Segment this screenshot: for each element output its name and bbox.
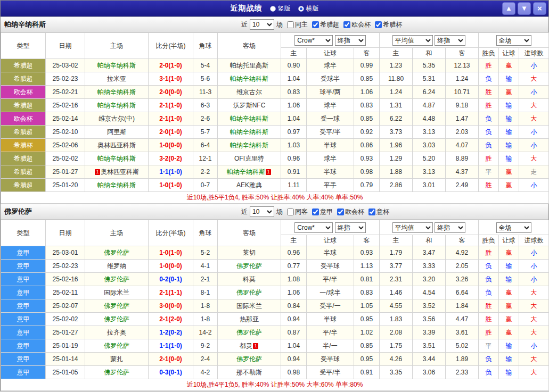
handicap-time-select[interactable]: 终指 bbox=[335, 35, 366, 46]
match-date: 25-01-20 bbox=[46, 179, 85, 192]
team-name[interactable]: 佛罗伦萨 bbox=[104, 276, 129, 283]
league-filter-1-checkbox[interactable] bbox=[312, 208, 319, 215]
radio-circle-icon[interactable] bbox=[270, 6, 276, 12]
team-name[interactable]: 帕纳托里高斯 bbox=[230, 62, 268, 69]
match-row: 意甲25-01-14蒙扎2-1(0-0)2-4佛罗伦萨0.94受半球0.954.… bbox=[1, 353, 549, 366]
eu-away-odds: 1.24 bbox=[446, 72, 479, 86]
league-filter-2-checkbox[interactable] bbox=[343, 21, 350, 28]
col-ah-result: 让球 bbox=[499, 48, 519, 59]
col-ah-home: 主 bbox=[281, 48, 307, 59]
team-name[interactable]: 那不勒斯 bbox=[236, 369, 262, 376]
layout-radio-vertical[interactable]: 竖版 bbox=[270, 4, 291, 13]
team-name[interactable]: 帕纳辛纳科斯 bbox=[97, 88, 136, 96]
away-team-cell: 那不勒斯 bbox=[218, 366, 281, 379]
col-corners: 角球 bbox=[193, 33, 218, 59]
team-name[interactable]: 拉米亚 bbox=[107, 75, 126, 82]
layout-radio-horizontal[interactable]: 横版 bbox=[298, 4, 319, 13]
league-filter-3-checkbox[interactable] bbox=[368, 208, 375, 215]
team-name[interactable]: 佛罗伦萨 bbox=[104, 302, 129, 310]
home-team-cell: 帕纳辛纳科斯 bbox=[85, 99, 149, 112]
league-filter-3[interactable]: 希腊杯 bbox=[375, 20, 402, 29]
team-name[interactable]: 佛罗伦萨 bbox=[104, 249, 129, 256]
team-name[interactable]: 国际米兰 bbox=[104, 289, 129, 296]
same-venue-filter[interactable]: 同主 bbox=[287, 20, 308, 29]
team-name[interactable]: 佛罗伦萨 bbox=[236, 262, 262, 270]
average-select[interactable]: 平均值 bbox=[392, 222, 433, 233]
bookmaker-select[interactable]: Crow* bbox=[294, 222, 333, 233]
bookmaker-select[interactable]: Crow* bbox=[294, 35, 333, 46]
radio-selected-icon[interactable] bbox=[298, 6, 304, 12]
team-name[interactable]: 帕纳辛纳科斯 bbox=[97, 62, 136, 69]
team-name[interactable]: 佛罗伦萨 bbox=[104, 369, 129, 376]
team-name[interactable]: 奥林匹亚科斯 bbox=[101, 168, 139, 176]
team-name[interactable]: 帕纳辛纳科斯 bbox=[230, 128, 268, 136]
team-name[interactable]: 奥林匹亚科斯 bbox=[97, 141, 136, 149]
team-name[interactable]: 都灵 bbox=[240, 342, 252, 349]
same-venue-checkbox[interactable] bbox=[287, 21, 294, 28]
scope-select[interactable]: 全场 bbox=[496, 222, 531, 233]
team-name[interactable]: 佛罗伦萨 bbox=[236, 355, 262, 363]
ah-result-cell: 输 bbox=[499, 260, 519, 273]
team-name[interactable]: 国际米兰 bbox=[236, 302, 262, 310]
league-filter-2[interactable]: 欧会杯 bbox=[337, 207, 364, 216]
team-name[interactable]: OFI克里特 bbox=[234, 155, 264, 162]
team-name[interactable]: 科莫 bbox=[243, 276, 256, 283]
team-name[interactable]: 帕纳辛纳科斯 bbox=[230, 115, 268, 122]
handicap-time-select[interactable]: 终指 bbox=[335, 222, 366, 233]
team-name[interactable]: 帕纳辛纳科斯 bbox=[97, 155, 136, 162]
score-cell: 3-1(1-0) bbox=[149, 72, 193, 86]
league-filter-2-label: 欧会杯 bbox=[345, 207, 364, 216]
team-name[interactable]: 佛罗伦萨 bbox=[104, 315, 129, 323]
average-select[interactable]: 平均值 bbox=[392, 35, 433, 46]
scope-select[interactable]: 全场 bbox=[496, 35, 531, 46]
team-name[interactable]: 维罗纳 bbox=[107, 262, 126, 270]
match-row: 意甲25-02-02佛罗伦萨2-1(2-0)1-8热那亚0.94半球0.951.… bbox=[1, 313, 549, 326]
result-cell: 胜 bbox=[479, 299, 499, 313]
same-venue-checkbox[interactable] bbox=[287, 208, 294, 215]
recent-count-select[interactable]: 10 bbox=[250, 206, 274, 217]
team-name[interactable]: AEK雅典 bbox=[236, 181, 262, 189]
move-up-button[interactable]: ▲ bbox=[502, 2, 515, 15]
league-filter-1[interactable]: 希腊超 bbox=[312, 20, 339, 29]
league-filter-3-checkbox[interactable] bbox=[375, 21, 382, 28]
ah-line: 半球 bbox=[307, 313, 354, 326]
team-name[interactable]: 佛罗伦萨 bbox=[236, 289, 262, 296]
league-filter-1[interactable]: 意甲 bbox=[312, 207, 333, 216]
team-name[interactable]: 帕纳辛纳科斯 bbox=[230, 75, 268, 82]
home-team-cell: 佛罗伦萨 bbox=[85, 299, 149, 313]
team-name[interactable]: 维京古尔 bbox=[236, 88, 262, 96]
team-name[interactable]: 帕纳辛纳科斯 bbox=[97, 181, 136, 189]
team-name[interactable]: 帕纳辛纳科斯 bbox=[230, 141, 268, 149]
team-name[interactable]: 沃罗斯NFC bbox=[233, 102, 266, 109]
team-name[interactable]: 莱切 bbox=[243, 249, 256, 256]
team-name[interactable]: 帕纳辛纳科斯 bbox=[97, 102, 136, 109]
same-venue-filter[interactable]: 同客 bbox=[287, 207, 308, 216]
close-button[interactable]: × bbox=[533, 2, 546, 15]
league-filter-3[interactable]: 意杯 bbox=[368, 207, 389, 216]
league-badge: 希腊超 bbox=[1, 152, 46, 165]
team-name[interactable]: 佛罗伦萨 bbox=[104, 342, 129, 349]
team-name[interactable]: 维京古尔(中) bbox=[99, 115, 135, 122]
result-cell: 负 bbox=[479, 286, 499, 299]
team-name[interactable]: 热那亚 bbox=[240, 315, 259, 323]
team-name[interactable]: 帕纳辛纳科斯 bbox=[227, 168, 265, 176]
ah-line: 半球 bbox=[307, 246, 354, 260]
away-team-cell: 沃罗斯NFC bbox=[218, 99, 281, 112]
european-time-select[interactable]: 终指 bbox=[435, 35, 465, 46]
ah-result-cell: 输 bbox=[499, 339, 519, 353]
league-filter-2[interactable]: 欧会杯 bbox=[343, 20, 371, 29]
ah-home-odds: 1.04 bbox=[281, 112, 307, 126]
recent-count-select[interactable]: 10 bbox=[250, 19, 274, 30]
move-down-button[interactable]: ▼ bbox=[518, 2, 531, 15]
european-time-select[interactable]: 终指 bbox=[435, 222, 465, 233]
team-name[interactable]: 阿里斯 bbox=[107, 128, 126, 136]
recent-results-panel: 近期战绩 竖版 横版 ▲ ▼ × 帕纳辛纳科斯 近 10 bbox=[0, 0, 549, 391]
team-name[interactable]: 蒙扎 bbox=[110, 355, 123, 363]
league-filter-1-checkbox[interactable] bbox=[312, 21, 319, 28]
team-name[interactable]: 佛罗伦萨 bbox=[236, 329, 262, 336]
league-badge: 希腊杯 bbox=[1, 139, 46, 152]
league-filter-2-checkbox[interactable] bbox=[337, 208, 344, 215]
ah-home-odds: 1.06 bbox=[281, 99, 307, 112]
team-name[interactable]: 拉齐奥 bbox=[107, 329, 126, 336]
league-badge: 希腊超 bbox=[1, 165, 46, 179]
